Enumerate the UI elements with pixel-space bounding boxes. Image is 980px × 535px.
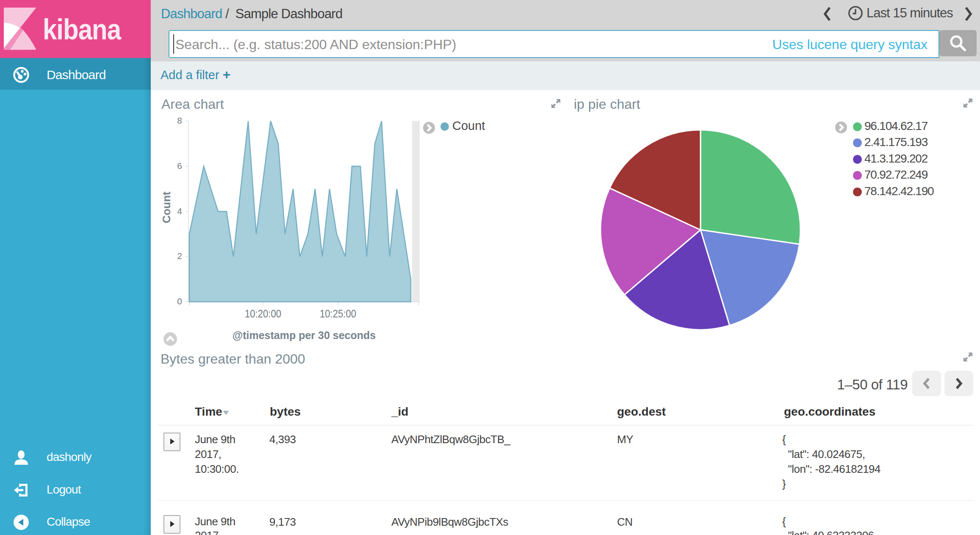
svg-text:0: 0 <box>177 296 182 306</box>
svg-text:6: 6 <box>177 161 182 171</box>
svg-text:2: 2 <box>177 251 182 261</box>
svg-text:Count: Count <box>160 191 173 223</box>
svg-text:10:20:00: 10:20:00 <box>245 307 281 320</box>
svg-text:@timestamp per 30 seconds: @timestamp per 30 seconds <box>233 329 376 341</box>
svg-text:10:25:00: 10:25:00 <box>320 307 356 320</box>
svg-text:8: 8 <box>177 116 182 125</box>
svg-text:4: 4 <box>177 206 182 216</box>
